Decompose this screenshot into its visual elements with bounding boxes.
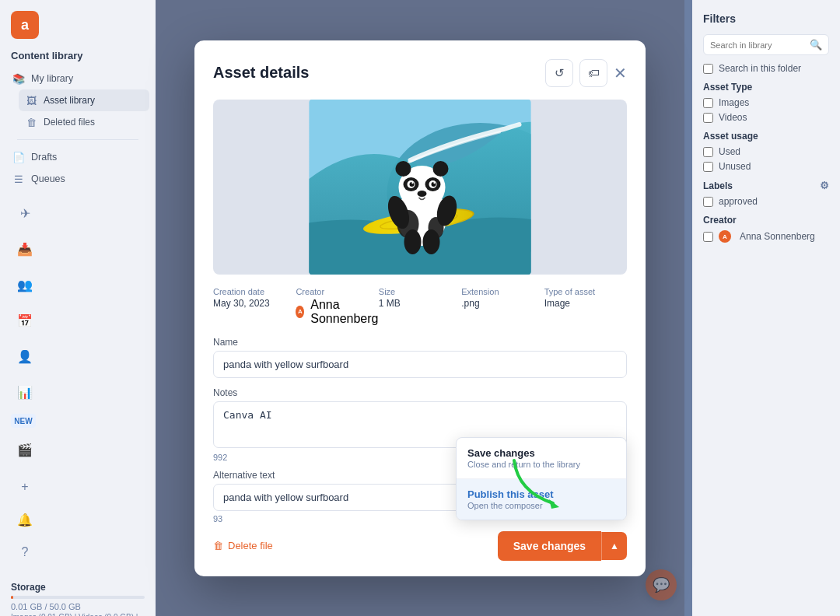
save-dropdown: Save changes Close and return to the lib… <box>456 437 627 520</box>
filters-title: Filters <box>703 12 829 25</box>
metadata-row: Creation date May 30, 2023 Creator A Ann… <box>213 287 627 326</box>
history-button[interactable]: ↺ <box>545 59 573 87</box>
images-row[interactable]: Images <box>703 97 829 108</box>
sidebar-item-label: Asset library <box>44 95 95 106</box>
delete-file-button[interactable]: 🗑 Delete file <box>213 540 273 551</box>
creator-checkbox[interactable] <box>703 232 713 242</box>
inbox-icon[interactable]: 📥 <box>11 235 39 263</box>
search-box[interactable]: 🔍 <box>703 34 829 55</box>
help-icon[interactable]: ? <box>11 538 39 566</box>
approved-label: approved <box>719 196 758 207</box>
approved-checkbox[interactable] <box>703 197 713 207</box>
modal-header: Asset details ↺ 🏷 ✕ <box>213 59 627 87</box>
creator-title: Creator <box>703 215 829 226</box>
sidebar-item-deleted-files[interactable]: 🗑 Deleted files <box>19 111 149 133</box>
svg-point-10 <box>404 229 422 254</box>
creator-meta-avatar: A <box>296 306 304 318</box>
images-label: Images <box>719 97 749 108</box>
asset-type-meta-label: Type of asset <box>544 287 627 296</box>
history-icon: ↺ <box>555 66 565 80</box>
search-folder-checkbox[interactable] <box>703 64 713 74</box>
unused-row[interactable]: Unused <box>703 161 829 172</box>
new-icon[interactable]: NEW <box>11 414 36 428</box>
sidebar-icon-group: ✈ 📥 👥 📅 👤 📊 NEW 🎬 <box>0 190 156 473</box>
delete-label: Delete file <box>228 540 273 551</box>
search-input[interactable] <box>710 40 805 50</box>
svg-point-14 <box>433 161 449 177</box>
labels-title: Labels <box>703 180 733 191</box>
used-row[interactable]: Used <box>703 146 829 157</box>
sidebar-item-queues[interactable]: ☰ Queues <box>6 168 149 190</box>
approved-row[interactable]: approved <box>703 196 829 207</box>
storage-section: Storage 0.01 GB / 50.0 GB Images (0.01 G… <box>0 574 156 616</box>
sidebar-item-my-library[interactable]: 📚 My library <box>6 68 149 89</box>
asset-usage-title: Asset usage <box>703 131 829 142</box>
modal-overlay[interactable]: Asset details ↺ 🏷 ✕ <box>156 0 684 616</box>
publish-asset-dropdown-desc: Open the composer <box>467 501 615 510</box>
creator-meta-name: Anna Sonnenberg <box>310 298 379 326</box>
panda-image-container <box>310 100 531 275</box>
add-icon[interactable]: + <box>11 473 39 501</box>
asset-type-meta-value: Image <box>544 298 627 309</box>
trash-icon: 🗑 <box>213 540 223 551</box>
people-icon[interactable]: 👤 <box>11 342 39 370</box>
modal-header-actions: ↺ 🏷 ✕ <box>545 59 627 87</box>
sidebar-item-drafts[interactable]: 📄 Drafts <box>6 146 149 168</box>
labels-gear-icon[interactable]: ⚙ <box>820 180 829 191</box>
queues-icon: ☰ <box>12 173 25 185</box>
sidebar-item-asset-library[interactable]: 🖼 Asset library <box>19 89 149 111</box>
image-preview <box>213 100 627 275</box>
images-checkbox[interactable] <box>703 98 713 108</box>
videos-label: Videos <box>719 112 747 123</box>
sidebar-nav: 📚 My library 🖼 Asset library 🗑 Deleted f… <box>0 68 156 190</box>
publish-asset-dropdown-item[interactable]: Publish this asset Open the composer <box>457 479 626 520</box>
svg-point-23 <box>418 191 427 197</box>
filters-panel: Filters 🔍 Search in this folder Asset Ty… <box>692 0 840 616</box>
sidebar-item-label: Deleted files <box>44 117 95 128</box>
search-icon: 🔍 <box>810 39 822 51</box>
videos-checkbox[interactable] <box>703 113 713 123</box>
social-icon[interactable]: 👥 <box>11 271 39 299</box>
extension-label: Extension <box>461 287 544 296</box>
creator-avatar: A <box>719 230 731 243</box>
size-label: Size <box>379 287 461 296</box>
chevron-up-icon: ▲ <box>610 541 619 551</box>
storage-amount: 0.01 GB / 50.0 GB <box>11 602 145 611</box>
creation-date-value: May 30, 2023 <box>213 298 296 309</box>
logo-letter: a <box>21 17 29 33</box>
tag-icon: 🏷 <box>588 66 600 79</box>
size-value: 1 MB <box>379 298 461 309</box>
save-changes-button[interactable]: Save changes <box>498 531 601 561</box>
storage-label: Storage <box>11 582 145 593</box>
send-icon[interactable]: ✈ <box>11 199 39 227</box>
close-button[interactable]: ✕ <box>614 65 627 81</box>
save-changes-arrow-button[interactable]: ▲ <box>601 532 627 560</box>
app-logo[interactable]: a <box>11 11 39 39</box>
svg-point-22 <box>433 181 435 183</box>
save-btn-group: Save changes ▲ <box>498 531 627 561</box>
asset-type-title: Asset Type <box>703 82 829 93</box>
svg-point-11 <box>423 229 440 254</box>
creation-date-label: Creation date <box>213 287 296 296</box>
asset-type-item: Type of asset Image <box>544 287 627 326</box>
extension-item: Extension .png <box>461 287 544 326</box>
analytics-icon[interactable]: 📊 <box>11 378 39 406</box>
save-changes-dropdown-item[interactable]: Save changes Close and return to the lib… <box>457 438 626 479</box>
drafts-icon: 📄 <box>12 151 25 163</box>
media-icon[interactable]: 🎬 <box>11 436 39 464</box>
videos-row[interactable]: Videos <box>703 112 829 123</box>
modal-footer: 🗑 Delete file Save changes Close and ret… <box>213 531 627 561</box>
tag-button[interactable]: 🏷 <box>579 59 607 87</box>
search-folder-row[interactable]: Search in this folder <box>703 63 829 74</box>
calendar-icon[interactable]: 📅 <box>11 306 39 334</box>
asset-library-icon: 🖼 <box>25 94 37 107</box>
sidebar-sub-nav: 🖼 Asset library 🗑 Deleted files <box>6 89 149 133</box>
creator-row[interactable]: A Anna Sonnenberg <box>703 230 829 243</box>
library-icon: 📚 <box>12 72 25 85</box>
publish-asset-dropdown-title: Publish this asset <box>467 488 615 500</box>
notifications-icon[interactable]: 🔔 <box>11 506 39 534</box>
unused-checkbox[interactable] <box>703 162 713 172</box>
used-checkbox[interactable] <box>703 147 713 157</box>
asset-details-modal: Asset details ↺ 🏷 ✕ <box>194 40 646 576</box>
name-input[interactable] <box>213 351 627 378</box>
